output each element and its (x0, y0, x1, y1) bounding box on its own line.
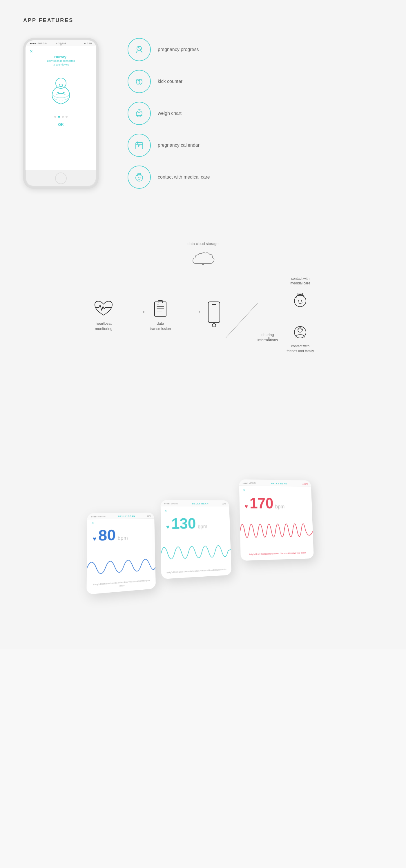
phone-card-130: ●●●●○ VIRGIN BELLY BEAN 22% × ♥ 130 bpm (161, 500, 232, 579)
svg-point-31 (294, 295, 306, 307)
svg-point-3 (63, 92, 65, 93)
pc-80-battery: 22% (147, 515, 151, 517)
pc-130-battery: 22% (222, 503, 226, 505)
spacer-2-3 (23, 377, 383, 394)
section3-screens: ●●●●○ VIRGIN BELLY BEAN 22% × ♥ 80 bpm (23, 394, 383, 632)
svg-point-6 (138, 46, 140, 48)
phone-camera (60, 43, 62, 45)
pc-170-footer: Baby's Heart Beat seems to be fast. You … (241, 550, 314, 560)
hurray-subtitle: Belly Bean is connectedto your device (47, 59, 75, 66)
contact-medical-icon (132, 170, 146, 184)
section1-app-features: APP FEATURES ●●●●○ VIRGIN 4:21 PM ✦ 22% … (23, 18, 383, 189)
svg-point-22 (140, 178, 140, 178)
svg-point-34 (301, 300, 302, 302)
pc-130-bpm-unit: bpm (197, 524, 207, 530)
pc-80-close-button[interactable]: × (92, 521, 94, 525)
svg-point-27 (212, 323, 216, 327)
svg-point-21 (138, 178, 139, 178)
svg-line-28 (226, 303, 257, 338)
phone-card-80-inner: ●●●●○ VIRGIN BELLY BEAN 22% × ♥ 80 bpm (86, 513, 156, 594)
phone-home-button[interactable] (55, 173, 67, 184)
pc-170-close-button[interactable]: × (243, 489, 245, 493)
pc-130-title: BELLY BEAN (192, 502, 209, 505)
data-transmission-node: datatransmission (150, 298, 171, 331)
pc-170-close-row: × (239, 486, 311, 494)
weigh-chart-label: weigh chart (158, 111, 182, 116)
pc-80-bpm-unit: bpm (118, 535, 128, 541)
phone-mockup: ●●●●○ VIRGIN 4:21 PM ✦ 22% ✕ Hurray! Bel… (23, 38, 104, 189)
pc-170-screen: × ♥ 170 bpm Baby's Heart Beat seems to b… (239, 486, 314, 561)
pregnancy-progress-label: pregnancy progress (158, 47, 199, 52)
pc-170-battery: ⚠ 22% (302, 483, 308, 485)
pregnancy-calendar-icon-circle: 11 (128, 134, 151, 157)
arrow-data-to-phone (176, 311, 201, 313)
dot-4 (66, 116, 68, 118)
svg-rect-16 (136, 111, 142, 116)
phone-outer: ●●●●○ VIRGIN 4:21 PM ✦ 22% ✕ Hurray! Bel… (23, 38, 99, 189)
phone-ok-button[interactable]: OK (58, 122, 64, 127)
phone-close-icon[interactable]: ✕ (30, 49, 33, 54)
pc-80-header: ●●●●○ VIRGIN BELLY BEAN 22% (87, 513, 154, 519)
pc-130-close-button[interactable]: × (165, 509, 167, 513)
pc-130-close-row: × (161, 506, 229, 514)
pc-130-bpm-row: ♥ 130 bpm (161, 514, 230, 533)
contact-family-flow-label: contact withfriends and family (286, 344, 314, 354)
phone-dots (54, 116, 68, 118)
phone-card-130-inner: ●●●●○ VIRGIN BELLY BEAN 22% × ♥ 130 bpm (161, 500, 232, 579)
pc-170-bpm-row: ♥ 170 bpm (239, 493, 312, 512)
center-phone-node (205, 300, 223, 329)
pc-130-heart-icon: ♥ (166, 524, 170, 530)
svg-rect-24 (155, 302, 166, 316)
features-list: pregnancy progress (128, 38, 383, 189)
pc-170-bpm-unit: bpm (275, 504, 284, 510)
data-transmission-label: datatransmission (150, 321, 171, 331)
pregnancy-progress-icon-circle (128, 38, 151, 61)
pc-80-heart-icon: ♥ (93, 535, 97, 542)
flow-main-row: heartbeatmonitoring (46, 276, 360, 354)
feature-kick-counter: kick counter (128, 70, 383, 93)
dot-2 (58, 116, 60, 118)
screens-iso-container: ●●●●○ VIRGIN BELLY BEAN 22% × ♥ 80 bpm (23, 406, 383, 609)
center-phone-icon (205, 300, 223, 329)
diagonal-section: sharinginformations (223, 298, 281, 355)
svg-text:11: 11 (137, 145, 141, 148)
svg-rect-26 (208, 302, 220, 323)
arrow-heartbeat-to-data (120, 311, 145, 313)
phone-hurray: Hurray! Belly Bean is connectedto your d… (47, 55, 75, 66)
pc-130-header: ●●●●○ VIRGIN BELLY BEAN 22% (161, 500, 229, 506)
pc-170-heart-icon: ♥ (245, 503, 248, 510)
kick-counter-icon (132, 74, 146, 88)
pc-130-wave (161, 531, 231, 568)
pc-130-status: ●●●●○ VIRGIN (164, 503, 178, 505)
pc-80-status: ●●●●○ VIRGIN (91, 516, 105, 518)
nurse-icon (290, 289, 310, 310)
contacts-column: contact withmedidal care (286, 276, 314, 354)
features-layout: ●●●●○ VIRGIN 4:21 PM ✦ 22% ✕ Hurray! Bel… (23, 38, 383, 189)
pc-130-screen: × ♥ 130 bpm Baby's Heart Beat seems to b… (161, 506, 232, 579)
svg-point-1 (59, 84, 63, 86)
contact-medical-label: contact with medical care (158, 175, 210, 180)
family-icon (290, 321, 310, 342)
dot-1 (54, 116, 56, 118)
svg-point-2 (57, 92, 59, 93)
pregnancy-progress-icon (132, 42, 146, 57)
hurray-title: Hurray! (47, 55, 75, 59)
phone-card-170-inner: ●●●●○ VIRGIN BELLY BEAN ⚠ 22% × ♥ 170 bp… (239, 479, 314, 561)
phone-screen: ✕ Hurray! Belly Bean is connectedto your… (26, 46, 96, 170)
pc-80-screen: × ♥ 80 bpm Baby's Heart Beat seems to be… (86, 518, 156, 594)
kick-counter-icon-circle (128, 70, 151, 93)
cloud-icon (190, 249, 216, 269)
svg-marker-23 (202, 263, 204, 265)
contact-medical-node: contact withmedidal care (286, 276, 314, 310)
pc-80-title: BELLY BEAN (118, 515, 135, 518)
feature-pregnancy-calendar: 11 pregnancy callendar (128, 134, 383, 157)
pc-80-bpm-number: 80 (98, 527, 116, 543)
heartbeat-label: heartbeatmonitoring (95, 321, 113, 331)
dot-3 (62, 116, 64, 118)
pc-170-title: BELLY BEAN (271, 482, 287, 485)
section2-data-flow: data cloud storage (23, 218, 383, 377)
cloud-label: data cloud storage (188, 241, 219, 247)
pregnancy-calendar-icon: 11 (132, 138, 146, 152)
weigh-chart-icon (132, 106, 146, 120)
contact-family-node: contact withfriends and family (286, 321, 314, 354)
